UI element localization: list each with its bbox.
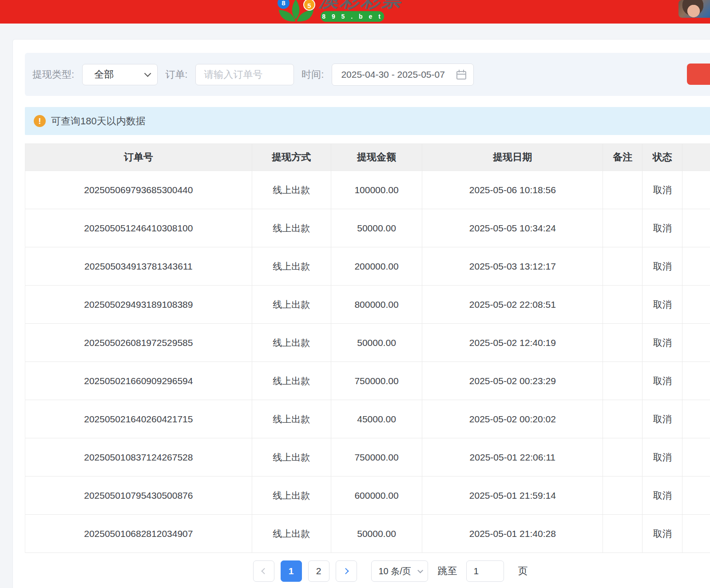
cell-order-no: 202505010837124267528 xyxy=(25,438,252,476)
cell-date: 2025-05-02 12:40:19 xyxy=(422,324,603,362)
cell-method: 线上出款 xyxy=(252,171,331,209)
cell-method: 线上出款 xyxy=(252,209,331,247)
cell-amount: 200000.00 xyxy=(331,247,423,285)
cell-remark xyxy=(603,477,643,514)
time-label: 时间: xyxy=(301,68,324,81)
cell-remark xyxy=(603,247,643,285)
filter-bar: 提现类型: 全部 订单: 时间: 2025-04-30 - 2025-05-07 xyxy=(25,53,710,96)
column-header: 提现金额 xyxy=(331,144,423,171)
cell-status: 取消 xyxy=(643,324,682,362)
cell-method: 线上出款 xyxy=(252,286,331,323)
user-avatar[interactable] xyxy=(678,0,710,18)
cell-amount: 50000.00 xyxy=(331,209,423,247)
column-header xyxy=(682,144,710,171)
pagination-bar: 12 10 条/页 跳至 页 xyxy=(25,553,710,588)
table-row: 202505051246410308100线上出款50000.002025-05… xyxy=(25,209,710,247)
table-row: 202505029493189108389线上出款800000.002025-0… xyxy=(25,286,710,324)
cell-remark xyxy=(603,362,643,400)
column-header: 备注 xyxy=(603,144,643,171)
cell-amount: 50000.00 xyxy=(331,515,423,552)
column-header: 状态 xyxy=(643,144,682,171)
cell-method: 线上出款 xyxy=(252,515,331,552)
notice-text: 可查询180天以内数据 xyxy=(51,115,146,128)
cell-remark xyxy=(603,438,643,476)
cell-order-no: 202505051246410308100 xyxy=(25,209,252,247)
cell-amount: 45000.00 xyxy=(331,400,423,438)
jump-page-input[interactable] xyxy=(466,560,504,582)
page-number-button[interactable]: 2 xyxy=(308,560,329,582)
cell-date: 2025-05-02 00:20:02 xyxy=(422,400,603,438)
table-header-row: 订单号提现方式提现金额提现日期备注状态 xyxy=(25,144,710,171)
withdraw-type-label: 提现类型: xyxy=(32,68,74,81)
table-row: 202505021660909296594线上出款750000.002025-0… xyxy=(25,362,710,400)
cell-extra xyxy=(682,400,710,438)
cell-extra xyxy=(682,286,710,323)
chevron-down-icon xyxy=(417,568,423,573)
notice-banner: ! 可查询180天以内数据 xyxy=(25,107,710,135)
page-unit-label: 页 xyxy=(518,564,528,578)
withdraw-type-value: 全部 xyxy=(94,68,114,81)
column-header: 提现日期 xyxy=(422,144,603,171)
cell-status: 取消 xyxy=(643,362,682,400)
cell-order-no: 202505021640260421715 xyxy=(25,400,252,438)
cell-status: 取消 xyxy=(643,171,682,209)
table-row: 202505010795430500876线上出款600000.002025-0… xyxy=(25,477,710,515)
cell-extra xyxy=(682,477,710,514)
cell-method: 线上出款 xyxy=(252,324,331,362)
search-button[interactable] xyxy=(687,64,710,85)
table-row: 202505034913781343611线上出款200000.002025-0… xyxy=(25,247,710,286)
cell-remark xyxy=(603,209,643,247)
cell-order-no: 202505010682812034907 xyxy=(25,515,252,552)
date-range-picker[interactable]: 2025-04-30 - 2025-05-07 xyxy=(332,64,474,86)
chevron-down-icon xyxy=(144,70,151,77)
cell-date: 2025-05-06 10:18:56 xyxy=(422,171,603,209)
cell-remark xyxy=(603,286,643,323)
page-number-button[interactable]: 1 xyxy=(281,560,302,582)
cell-status: 取消 xyxy=(643,515,682,552)
date-range-value: 2025-04-30 - 2025-05-07 xyxy=(341,69,445,80)
cell-extra xyxy=(682,515,710,552)
cell-order-no: 202505029493189108389 xyxy=(25,286,252,323)
jump-to-label: 跳至 xyxy=(438,564,457,578)
cell-order-no: 202505021660909296594 xyxy=(25,362,252,400)
withdraw-type-select[interactable]: 全部 xyxy=(82,64,158,85)
calendar-icon xyxy=(456,70,466,79)
cell-amount: 600000.00 xyxy=(331,477,423,514)
cell-method: 线上出款 xyxy=(252,362,331,400)
cell-date: 2025-05-02 00:23:29 xyxy=(422,362,603,400)
cell-amount: 100000.00 xyxy=(331,171,423,209)
cell-method: 线上出款 xyxy=(252,400,331,438)
order-number-input[interactable] xyxy=(195,64,294,85)
prev-page-button[interactable] xyxy=(253,560,274,582)
page-size-select[interactable]: 10 条/页 xyxy=(371,560,428,582)
table-row: 202505010837124267528线上出款750000.002025-0… xyxy=(25,438,710,477)
cell-order-no: 202505069793685300440 xyxy=(25,171,252,209)
cell-status: 取消 xyxy=(643,286,682,323)
column-header: 提现方式 xyxy=(252,144,331,171)
next-page-button[interactable] xyxy=(336,560,357,582)
cell-method: 线上出款 xyxy=(252,247,331,285)
cell-remark xyxy=(603,171,643,209)
page-size-value: 10 条/页 xyxy=(379,565,411,577)
cell-date: 2025-05-02 22:08:51 xyxy=(422,286,603,323)
site-logo[interactable]: 8 5 澳彩彩票 8 9 5 . b e t xyxy=(273,0,415,24)
warning-icon: ! xyxy=(34,115,46,127)
cell-amount: 750000.00 xyxy=(331,438,423,476)
chevron-right-icon xyxy=(342,568,349,574)
cell-method: 线上出款 xyxy=(252,477,331,514)
cell-status: 取消 xyxy=(643,247,682,285)
cell-order-no: 202505026081972529585 xyxy=(25,324,252,362)
cell-extra xyxy=(682,209,710,247)
column-header: 订单号 xyxy=(25,144,252,171)
cell-status: 取消 xyxy=(643,477,682,514)
cell-extra xyxy=(682,362,710,400)
cell-order-no: 202505010795430500876 xyxy=(25,477,252,514)
cell-status: 取消 xyxy=(643,438,682,476)
cell-status: 取消 xyxy=(643,400,682,438)
brand-domain-pill: 8 9 5 . b e t xyxy=(321,11,384,22)
cell-amount: 50000.00 xyxy=(331,324,423,362)
cell-extra xyxy=(682,438,710,476)
table-row: 202505026081972529585线上出款50000.002025-05… xyxy=(25,324,710,362)
table-row: 202505021640260421715线上出款45000.002025-05… xyxy=(25,400,710,438)
top-header-bar: 8 5 澳彩彩票 8 9 5 . b e t xyxy=(0,0,710,24)
